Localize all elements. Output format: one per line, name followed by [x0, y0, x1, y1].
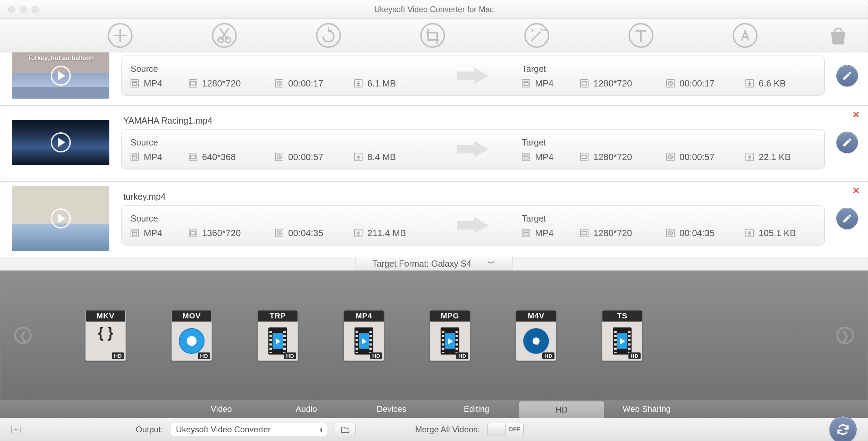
svg-rect-58 — [524, 231, 528, 235]
target-label: Target — [522, 64, 815, 74]
format-icons-row: MKV{ }HD MOVHD TRPHD MP4HD MPGHD M4V♫HD … — [85, 310, 642, 361]
tab-web-sharing[interactable]: Web Sharing — [604, 400, 689, 418]
target-duration: 00:00:17 — [679, 78, 715, 89]
image-watermark-icon[interactable] — [729, 20, 761, 51]
output-folder-select[interactable]: Ukeysoft Video Converter ▲▼ — [171, 423, 327, 436]
play-icon — [51, 66, 71, 86]
format-mpg[interactable]: MPGHD — [430, 310, 470, 361]
format-m4v[interactable]: M4V♫HD — [516, 310, 556, 361]
video-row-body: Source MP4 1280*720 00:00:17 6.1 MB Targ… — [121, 56, 825, 96]
target-format-value: Galaxy S4 — [431, 259, 471, 268]
format-mkv[interactable]: MKV{ }HD — [85, 310, 126, 361]
source-info: Source MP4 1280*720 00:00:17 6.1 MB — [122, 56, 433, 95]
tab-devices[interactable]: Devices — [349, 400, 434, 418]
format-icon — [522, 79, 530, 88]
svg-rect-44 — [582, 155, 587, 159]
format-icon — [131, 229, 139, 237]
svg-rect-28 — [582, 82, 587, 85]
trim-icon[interactable] — [209, 20, 240, 51]
arrow-icon — [433, 56, 513, 95]
target-info: Target MP4 1280*720 00:00:17 6.6 KB — [513, 56, 824, 95]
source-size: 8.4 MB — [367, 152, 396, 163]
svg-rect-34 — [133, 155, 137, 159]
scroll-left-button[interactable]: ❮ — [14, 327, 32, 344]
video-thumbnail[interactable] — [12, 186, 109, 251]
target-label: Target — [522, 138, 815, 148]
format-icon — [522, 153, 530, 161]
size-icon — [354, 229, 362, 237]
video-row: ✕ YAMAHA Racing1.mp4 Source MP4 640*368 … — [0, 106, 868, 182]
svg-point-8 — [317, 24, 340, 47]
format-mov[interactable]: MOVHD — [172, 310, 212, 361]
scroll-right-button[interactable]: ❯ — [836, 327, 854, 344]
resolution-icon — [580, 229, 589, 237]
toggle-knob — [488, 423, 506, 436]
duration-icon — [275, 229, 283, 237]
remove-button[interactable]: ✕ — [852, 186, 860, 195]
target-format-dropdown[interactable]: Target Format: Galaxy S4 ︾ — [356, 257, 513, 272]
resolution-icon — [189, 79, 197, 88]
text-watermark-icon[interactable] — [625, 20, 657, 51]
main-toolbar — [0, 19, 868, 52]
svg-rect-60 — [582, 231, 587, 235]
convert-button[interactable] — [829, 416, 857, 441]
format-trp[interactable]: TRPHD — [258, 310, 298, 361]
play-icon — [51, 208, 71, 228]
edit-button[interactable] — [836, 65, 858, 86]
edit-button[interactable] — [836, 208, 858, 229]
target-format-tab-wrap: Target Format: Galaxy S4 ︾ — [0, 257, 868, 271]
tab-audio[interactable]: Audio — [264, 400, 349, 418]
target-info: Target MP4 1280*720 00:00:57 22.1 KB — [513, 130, 824, 169]
svg-line-63 — [670, 233, 671, 234]
source-duration: 00:00:57 — [288, 152, 323, 163]
add-file-icon[interactable] — [105, 20, 136, 51]
format-icon — [131, 153, 139, 161]
tab-video[interactable]: Video — [179, 400, 264, 418]
target-resolution: 1280*720 — [593, 152, 632, 163]
target-format: MP4 — [535, 152, 553, 163]
svg-line-47 — [670, 157, 671, 158]
video-row-body: turkey.mp4 Source MP4 1360*720 00:04:35 … — [121, 192, 825, 246]
thumbnail-caption: Turkey, hot air balloon — [12, 55, 109, 62]
video-row: ✕ turkey.mp4 Source MP4 1360*720 00:04:3… — [0, 182, 868, 257]
tab-editing[interactable]: Editing — [434, 400, 519, 418]
target-label: Target — [522, 214, 815, 224]
source-size: 211.4 MB — [367, 228, 406, 239]
chevron-down-icon: ︾ — [487, 259, 495, 268]
resolution-icon — [580, 79, 589, 88]
video-filename: turkey.mp4 — [121, 192, 825, 202]
format-ts[interactable]: TSHD — [602, 310, 642, 361]
video-thumbnail[interactable] — [12, 110, 109, 175]
effects-icon[interactable] — [521, 20, 552, 51]
target-format: MP4 — [535, 228, 553, 239]
video-info-panel: Source MP4 1280*720 00:00:17 6.1 MB Targ… — [121, 56, 825, 96]
remove-button[interactable]: ✕ — [852, 110, 860, 119]
buy-icon[interactable] — [823, 20, 854, 51]
svg-line-55 — [279, 233, 280, 234]
add-folder-button[interactable]: + — [11, 426, 20, 433]
rotate-icon[interactable] — [313, 20, 344, 51]
target-format: MP4 — [535, 78, 553, 89]
titlebar: Ukeysoft Video Converter for Mac — [0, 0, 868, 19]
size-icon — [745, 229, 754, 237]
svg-line-31 — [670, 83, 671, 84]
svg-rect-36 — [191, 155, 195, 159]
merge-toggle[interactable]: OFF — [487, 423, 524, 436]
video-filename: YAMAHA Racing1.mp4 — [121, 116, 825, 126]
svg-rect-42 — [524, 155, 528, 159]
target-duration: 00:04:35 — [679, 228, 715, 239]
size-icon — [745, 153, 754, 161]
crop-icon[interactable] — [417, 20, 448, 51]
svg-rect-52 — [191, 231, 195, 235]
window-title: Ukeysoft Video Converter for Mac — [0, 5, 868, 14]
open-output-folder-button[interactable] — [335, 423, 356, 436]
edit-button[interactable] — [836, 132, 858, 153]
format-mp4[interactable]: MP4HD — [344, 310, 384, 361]
arrow-icon — [433, 130, 513, 169]
video-thumbnail[interactable]: Turkey, hot air balloon — [12, 52, 109, 99]
merge-label: Merge All Videos: — [415, 425, 480, 434]
target-resolution: 1280*720 — [593, 78, 632, 89]
tab-hd[interactable]: HD — [519, 401, 604, 418]
resolution-icon — [189, 153, 197, 161]
arrow-icon — [433, 206, 513, 245]
